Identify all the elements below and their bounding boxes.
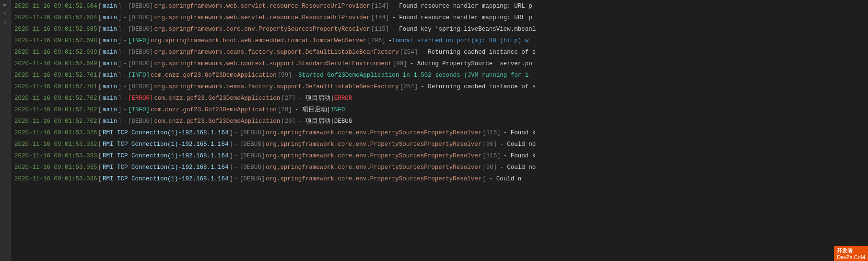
log-message: - Found key 'spring.liveBeansView.mbeanl — [392, 24, 536, 34]
log-linenum: [254] — [400, 47, 418, 57]
log-level: [DEBUG] — [128, 24, 153, 34]
log-message-special: INFO — [330, 105, 345, 115]
watermark-line2: DevZe.CoM — [837, 254, 865, 260]
log-timestamp: 2020-11-16 09:01:52.702 — [14, 94, 97, 103]
log-timestamp: 2020-11-16 09:01:52.702 — [14, 117, 97, 126]
log-message: - Could no — [500, 140, 536, 149]
gutter-icon-2[interactable]: ≡ — [1, 10, 9, 17]
log-logger: org.springframework.beans.factory.suppor… — [154, 47, 399, 57]
log-linenum: [115] — [482, 128, 501, 138]
log-level: [INFO] — [128, 71, 150, 80]
log-linenum: [254] — [400, 82, 418, 92]
log-line: 2020-11-16 09:01:53.036 [RMI TCP Connect… — [11, 174, 868, 185]
log-timestamp: 2020-11-16 09:01:53.026 — [14, 128, 97, 138]
log-logger: org.springframework.web.servlet.resource… — [154, 1, 370, 11]
log-linenum: [206] — [367, 36, 386, 46]
log-logger: org.springframework.web.context.support.… — [154, 59, 392, 69]
log-logger: org.springframework.core.env.PropertySou… — [266, 151, 481, 161]
log-message: - Found k — [504, 151, 536, 161]
log-linenum: [115] — [482, 151, 501, 161]
log-level: [DEBUG] — [240, 140, 265, 149]
log-message: - Found resource handler mapping: URL p — [392, 13, 532, 23]
log-level: [INFO] — [128, 36, 150, 46]
log-logger: org.springframework.core.env.PropertySou… — [266, 174, 481, 184]
log-logger: org.springframework.core.env.PropertySou… — [266, 128, 481, 138]
log-message: - 项目启动| — [295, 105, 331, 115]
log-line: 2020-11-16 09:01:52.702 [main] - [INFO] … — [11, 105, 868, 116]
log-timestamp: 2020-11-16 09:01:52.698 — [14, 36, 97, 46]
log-line: 2020-11-16 09:01:53.033 [RMI TCP Connect… — [11, 151, 868, 162]
log-logger: org.springframework.core.env.PropertySou… — [266, 163, 481, 172]
log-linenum: [59] — [278, 71, 292, 80]
log-line: 2020-11-16 09:01:52.702 [main] - [ERROR]… — [11, 93, 868, 105]
log-timestamp: 2020-11-16 09:01:53.035 — [14, 163, 97, 172]
log-timestamp: 2020-11-16 09:01:52.699 — [14, 59, 97, 69]
log-linenum: [96] — [482, 163, 497, 172]
log-thread: main — [103, 13, 117, 23]
log-thread: RMI TCP Connection(1)-192.168.1.164 — [103, 128, 229, 138]
log-level: [INFO] — [128, 105, 150, 115]
log-thread: main — [103, 24, 117, 34]
log-timestamp: 2020-11-16 09:01:52.702 — [14, 105, 97, 115]
watermark-line1: 开发者 — [837, 247, 865, 254]
log-linenum: [115] — [371, 24, 389, 34]
log-thread: main — [103, 94, 117, 103]
log-line: 2020-11-16 09:01:52.702 [main] - [DEBUG]… — [11, 116, 868, 128]
log-message: - Could n — [489, 174, 522, 184]
log-timestamp: 2020-11-16 09:01:52.699 — [14, 47, 97, 57]
log-level: [DEBUG] — [240, 163, 265, 172]
log-thread: main — [103, 47, 117, 57]
log-logger: com.cnzz.gof23.Gof23DemoApplication — [151, 105, 277, 115]
log-line: 2020-11-16 09:01:52.699 [main] - [DEBUG]… — [11, 47, 868, 59]
log-logger: com.cnzz.gof23.Gof23DemoApplication — [154, 117, 281, 126]
log-line: 2020-11-16 09:01:52.685 [main] - [DEBUG]… — [11, 24, 868, 36]
log-thread: RMI TCP Connection(1)-192.168.1.164 — [103, 163, 229, 172]
log-message: - Could no — [500, 163, 536, 172]
log-message: - Returning cached instance of s — [421, 47, 536, 57]
log-logger: org.springframework.web.servlet.resource… — [154, 13, 370, 23]
log-logger: org.springframework.beans.factory.suppor… — [154, 82, 399, 92]
log-timestamp: 2020-11-16 09:01:52.684 — [14, 1, 97, 11]
log-timestamp: 2020-11-16 09:01:53.033 — [14, 151, 97, 161]
log-thread: main — [103, 71, 117, 80]
log-level: [DEBUG] — [128, 117, 153, 126]
log-linenum: [99] — [393, 59, 407, 69]
log-line: 2020-11-16 09:01:52.699 [main] - [DEBUG]… — [11, 59, 868, 70]
log-message: - Found k — [504, 128, 536, 138]
log-logger: org.springframework.boot.web.embedded.to… — [151, 36, 366, 46]
log-linenum: [29] — [281, 117, 295, 126]
log-logger: com.cnzz.gof23.Gof23DemoApplication — [154, 94, 281, 103]
log-thread: main — [103, 117, 117, 126]
log-message-special: Tomcat started on port(s): 80 (http) w — [392, 36, 528, 46]
log-line: 2020-11-16 09:01:53.032 [RMI TCP Connect… — [11, 139, 868, 151]
log-message: - — [388, 36, 392, 46]
log-message: - Adding PropertySource 'server.po — [410, 59, 532, 69]
gutter-icon-1[interactable]: ▶ — [1, 1, 9, 9]
log-timestamp: 2020-11-16 09:01:52.701 — [14, 71, 97, 80]
log-thread: main — [103, 36, 117, 46]
watermark: 开发者 DevZe.CoM — [834, 246, 868, 261]
log-level: [DEBUG] — [128, 1, 153, 11]
log-level: [DEBUG] — [240, 151, 265, 161]
log-level: [DEBUG] — [128, 59, 153, 69]
log-message: - 项目启动|DEBUG — [298, 117, 352, 126]
log-timestamp: 2020-11-16 09:01:52.684 — [14, 13, 97, 23]
log-logger: com.cnzz.gof23.Gof23DemoApplication — [151, 71, 277, 80]
log-line: 2020-11-16 09:01:52.701 [main] - [INFO] … — [11, 70, 868, 82]
log-level: [DEBUG] — [240, 128, 265, 138]
log-logger: org.springframework.core.env.PropertySou… — [154, 24, 370, 34]
log-level: [ERROR] — [128, 94, 153, 103]
gutter-icon-3[interactable]: ⊟ — [1, 18, 9, 26]
log-message-special: ERROR — [334, 94, 352, 103]
log-linenum: [154] — [371, 1, 389, 11]
log-linenum: [ — [482, 174, 486, 184]
log-message: - Returning cached instance of s — [421, 82, 536, 92]
log-linenum: [96] — [482, 140, 497, 149]
log-thread: main — [103, 82, 117, 92]
log-line: 2020-11-16 09:01:53.026 [RMI TCP Connect… — [11, 128, 868, 139]
log-line: 2020-11-16 09:01:53.035 [RMI TCP Connect… — [11, 162, 868, 174]
log-level: [DEBUG] — [240, 174, 265, 184]
log-message: - 项目启动| — [298, 94, 334, 103]
log-linenum: [154] — [371, 13, 389, 23]
log-message: - Found resource handler mapping: URL p — [392, 1, 532, 11]
